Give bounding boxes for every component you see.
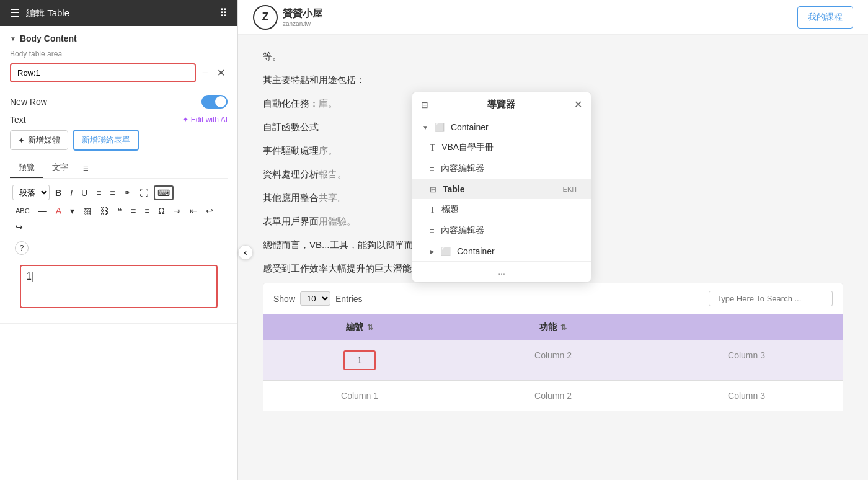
nav-item-container-parent[interactable]: ▼ ⬜ Container xyxy=(412,117,591,137)
text-label: Text xyxy=(10,115,26,125)
outdent-button[interactable]: ⇤ xyxy=(187,204,200,218)
nav-item-vba[interactable]: T VBA自學手冊 xyxy=(412,137,591,158)
nav-t-icon-heading: T xyxy=(430,205,435,215)
help-button[interactable]: ? xyxy=(15,241,29,255)
nav-header: ⊟ 導覽器 ✕ xyxy=(412,92,591,117)
redo-button[interactable]: ↪ xyxy=(12,220,26,234)
editor-content: 1| xyxy=(26,271,34,282)
sort-icon-col2[interactable]: ⇅ xyxy=(560,323,567,332)
td-row2-col2: Column 2 xyxy=(456,381,650,411)
omega-button[interactable]: Ω xyxy=(155,204,167,218)
navigator-popup: ⊟ 導覽器 ✕ ▼ ⬜ Container T VBA自學手冊 ≡ 內容編輯器 … xyxy=(412,92,591,282)
nav-item-label-vba: VBA自學手冊 xyxy=(441,142,494,153)
toolbar-row-1: 段落 B I U ≡ ≡ ⚭ ⛶ ⌨ xyxy=(12,185,225,200)
sort-icon-col1[interactable]: ⇅ xyxy=(367,323,373,332)
entries-label: Entries xyxy=(335,294,363,304)
text-bg-button[interactable]: ▨ xyxy=(80,204,94,218)
table-row-1: 1 Column 2 Column 3 xyxy=(263,340,843,381)
nav-container-child-icon: ⬜ xyxy=(441,247,451,256)
header-title-group: ☰ 編輯 Table xyxy=(10,6,69,20)
indent-button[interactable]: ⇥ xyxy=(170,204,184,218)
right-panel: Z 贊贊小屋 zanzan.tw 我的課程 等。 其主要特點和用途包括： 自動化… xyxy=(238,0,868,480)
editor-area[interactable]: 1| xyxy=(20,265,218,308)
align-center-button[interactable]: ≡ xyxy=(141,204,153,218)
row-input-row: ⎓ ✕ xyxy=(10,63,228,82)
tab-row: 預覽 文字 ≡ xyxy=(10,158,228,179)
tab-list-icon[interactable]: ≡ xyxy=(77,159,95,177)
nav-triangle-icon: ▼ xyxy=(422,124,428,131)
bold-button[interactable]: B xyxy=(52,186,64,200)
btn-row: ✦ 新增媒體 新增聯絡表單 xyxy=(10,130,228,151)
tab-preview[interactable]: 預覽 xyxy=(10,158,43,178)
nav-item-content-editor-2[interactable]: ≡ 內容編輯器 xyxy=(412,220,591,241)
new-row-toggle[interactable] xyxy=(202,95,228,109)
help-row: ? xyxy=(12,240,225,260)
ordered-list-button[interactable]: ≡ xyxy=(107,186,118,200)
nav-t-icon-vba: T xyxy=(430,143,435,153)
th-col3 xyxy=(650,322,843,333)
nav-title: 導覽器 xyxy=(428,99,574,110)
new-row-label: New Row xyxy=(10,97,47,107)
td-row1-col1: 1 xyxy=(263,340,456,380)
add-media-button[interactable]: ✦ 新增媒體 xyxy=(10,130,68,150)
logo-text-group: 贊贊小屋 zanzan.tw xyxy=(283,7,322,27)
td-row1-col3: Column 3 xyxy=(650,340,843,380)
nav-container-icon: ⬜ xyxy=(435,123,445,132)
my-course-button[interactable]: 我的課程 xyxy=(797,6,853,29)
nav-footer: ... xyxy=(412,261,591,282)
nav-content-icon-2: ≡ xyxy=(430,226,435,236)
show-label: Show xyxy=(273,294,295,304)
paragraph-select[interactable]: 段落 xyxy=(12,185,50,200)
grid-icon[interactable]: ⠿ xyxy=(219,6,228,20)
copy-row-button[interactable]: ⎓ xyxy=(200,65,211,81)
entries-select[interactable]: 10 xyxy=(300,291,330,306)
logo-main-text: 贊贊小屋 xyxy=(283,7,322,20)
collapse-triangle-icon[interactable]: ▼ xyxy=(10,35,16,42)
undo-button[interactable]: ↩ xyxy=(203,204,216,218)
left-panel-header: ☰ 編輯 Table ⠿ xyxy=(0,0,237,26)
body-content-text: Body Content xyxy=(20,33,77,43)
strikethrough-button[interactable]: ABC xyxy=(12,205,33,216)
text-color-dropdown[interactable]: ▾ xyxy=(67,204,78,218)
table-search-input[interactable] xyxy=(709,291,833,306)
nav-arrow-right-icon: ▶ xyxy=(430,248,435,255)
link-button[interactable]: ⚭ xyxy=(120,186,134,200)
quote-button[interactable]: ❝ xyxy=(114,204,125,218)
underline-button[interactable]: U xyxy=(78,186,91,200)
nav-dropdown-icon[interactable]: ⊟ xyxy=(421,100,428,110)
th-col1: 編號 ⇅ xyxy=(263,322,456,333)
nav-item-container-child[interactable]: ▶ ⬜ Container xyxy=(412,241,591,261)
body-table-area-label: Body table area xyxy=(10,50,228,58)
align-left-button[interactable]: ≡ xyxy=(128,204,139,218)
nav-table-icon: ⊞ xyxy=(430,185,436,194)
row-input[interactable] xyxy=(10,63,196,82)
td-row1-col2: Column 2 xyxy=(456,340,650,380)
expand-button[interactable]: ⛶ xyxy=(136,186,151,200)
add-contact-button[interactable]: 新增聯絡表單 xyxy=(73,130,139,151)
dash-button[interactable]: — xyxy=(35,204,50,218)
edit-with-ai-button[interactable]: ✦ Edit with AI xyxy=(182,115,228,124)
table-row-2: Column 1 Column 2 Column 3 xyxy=(263,381,843,411)
chain-link-button[interactable]: ⛓ xyxy=(97,204,112,218)
hamburger-icon[interactable]: ☰ xyxy=(10,6,20,20)
italic-button[interactable]: I xyxy=(67,186,76,200)
new-row-row: New Row xyxy=(10,89,228,111)
keyboard-button[interactable]: ⌨ xyxy=(154,185,174,200)
text-color-button[interactable]: A xyxy=(53,204,64,218)
nav-content-icon-1: ≡ xyxy=(430,164,435,174)
nav-item-heading[interactable]: T 標題 xyxy=(412,199,591,220)
nav-ekit-badge: EKIT xyxy=(560,185,581,193)
list-button[interactable]: ≡ xyxy=(93,186,104,200)
nav-close-button[interactable]: ✕ xyxy=(574,99,582,110)
nav-item-table[interactable]: ⊞ Table EKIT xyxy=(412,179,591,199)
delete-row-button[interactable]: ✕ xyxy=(215,64,228,81)
content-line-2: 其主要特點和用途包括： xyxy=(263,71,843,89)
cell-bordered-1: 1 xyxy=(343,350,376,370)
text-row: Text ✦ Edit with AI xyxy=(10,111,228,130)
nav-item-label-heading: 標題 xyxy=(441,204,459,215)
nav-item-label-table: Table xyxy=(443,184,465,194)
nav-item-content-editor-1[interactable]: ≡ 內容編輯器 xyxy=(412,158,591,179)
collapse-panel-button[interactable]: ‹ xyxy=(238,245,253,260)
tab-text[interactable]: 文字 xyxy=(43,158,77,178)
table-header: 編號 ⇅ 功能 ⇅ xyxy=(263,314,843,340)
